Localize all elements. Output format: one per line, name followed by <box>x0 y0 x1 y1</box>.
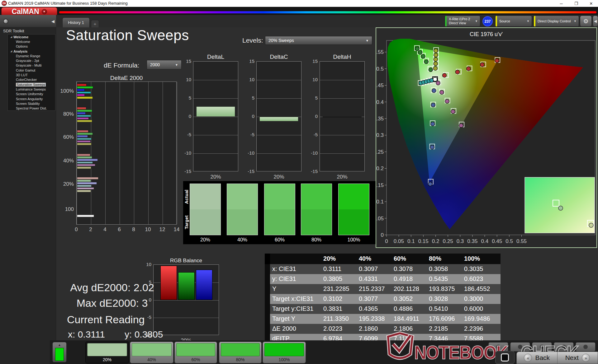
meter-name: X-Rite i1Pro 2 <box>449 17 470 21</box>
transport-button-4[interactable] <box>554 342 574 352</box>
deltae-x-tick: 14 <box>173 226 180 233</box>
pattern-button-80%[interactable]: 80% <box>219 342 262 363</box>
gridline <box>177 82 177 224</box>
pattern-button-40%[interactable]: 40% <box>130 342 173 363</box>
minimize-button[interactable]: ─ <box>555 0 567 7</box>
de-formula-dropdown[interactable]: 2000▼ <box>147 60 182 69</box>
close-button[interactable]: ✕ <box>585 0 597 7</box>
sidebar-collapse-icon[interactable]: ◀ <box>51 19 55 24</box>
target-label: Target <box>184 215 189 229</box>
sidebar-item-label: 3D LUT <box>16 73 28 77</box>
sidebar-item-analysis[interactable]: ◢Analysis <box>8 49 55 54</box>
reading-x: x: 0.3111 <box>68 329 105 340</box>
tree-expander-icon[interactable]: ◢ <box>10 35 12 38</box>
gridline <box>105 82 106 224</box>
deltae-bar-40%-4 <box>77 164 95 166</box>
delta_h-bar <box>323 117 362 117</box>
display-control-dropdown[interactable]: Direct Display Control ▼ <box>534 16 579 27</box>
tree-expander-icon[interactable]: ◢ <box>10 50 12 53</box>
sidebar-item-3d-lut[interactable]: 3D LUT <box>8 72 55 77</box>
sidebar-item-colorchecker[interactable]: ColorChecker <box>8 77 55 82</box>
back-button[interactable]: « Back <box>517 352 558 364</box>
sidebar-item-welcome[interactable]: ◢Welcome <box>8 35 55 39</box>
source-status-bar <box>496 16 497 26</box>
sidebar-item-label: Grayscale - 2pt <box>16 59 39 63</box>
pattern-button-60%[interactable]: 60% <box>174 342 217 363</box>
pattern-expand-button[interactable]: ▲ <box>52 342 67 362</box>
pattern-chip <box>87 343 127 356</box>
sidebar-item-welcome[interactable]: Welcome <box>8 39 55 44</box>
sidebar-item-grayscale-multi[interactable]: Grayscale - Multi <box>8 63 55 68</box>
transport-button-2[interactable] <box>510 342 530 352</box>
delta_l-ytick: 15 <box>181 58 191 64</box>
header-strip <box>0 7 598 15</box>
table-cell: 0.3077 <box>359 295 378 302</box>
table-cell: 2.2396 <box>464 325 483 332</box>
gridline <box>163 82 163 224</box>
svg-text:0.45: 0.45 <box>492 238 502 244</box>
source-dropdown[interactable]: Source ▼ <box>495 16 532 27</box>
sidebar-item-luminance-sweeps[interactable]: Luminance Sweeps <box>8 87 55 91</box>
deltae-x-tick: 12 <box>159 226 166 233</box>
table-cell: 231.2285 <box>323 285 349 292</box>
next-button[interactable]: Next » <box>558 352 598 364</box>
svg-text:0.05: 0.05 <box>394 238 404 244</box>
gridline <box>257 98 301 99</box>
stop-button[interactable] <box>495 351 515 364</box>
delta_c-ytick: 15 <box>244 58 254 64</box>
table-row-label: y: CIE31 <box>272 275 296 282</box>
gridline <box>320 153 364 154</box>
transport-button-5[interactable] <box>576 342 596 352</box>
delta_c-ytick: 0 <box>244 114 254 119</box>
deltae-chart-title: DeltaE 2000 <box>76 75 177 82</box>
pattern-button-100%[interactable]: 100% <box>263 342 306 363</box>
reading-count-badge: 237 <box>482 16 493 26</box>
svg-text:0.15: 0.15 <box>418 238 429 244</box>
svg-text:0.55: 0.55 <box>516 238 527 244</box>
deltae-bar-40%-1 <box>77 156 92 159</box>
delta_l-ytick: 0 <box>181 114 191 119</box>
add-tab-button[interactable]: + <box>91 20 99 27</box>
panel-collapse-button[interactable]: ◀ <box>593 16 598 27</box>
transport-button-1[interactable] <box>488 342 508 352</box>
sidebar-item-screen-stability[interactable]: Screen Stability <box>8 101 55 106</box>
sidebar-item-spectral-power-dist-[interactable]: Spectral Power Dist. <box>8 106 55 110</box>
deltae-x-tick: 0 <box>73 226 80 233</box>
chevron-left-icon: ◀ <box>594 19 597 23</box>
table-col-header: 60% <box>394 255 406 262</box>
deltae-x-tick: 4 <box>101 226 109 233</box>
table-cell: 0.3111 <box>323 265 341 273</box>
sidebar-item-grayscale-2pt[interactable]: Grayscale - 2pt <box>8 58 55 63</box>
window-title: CalMAN 2019 CalMAN Ultimate for Business… <box>8 1 128 6</box>
svg-text:0.1: 0.1 <box>376 199 384 205</box>
svg-text:0.55: 0.55 <box>376 49 384 55</box>
levels-value: 20% Sweeps <box>268 38 294 43</box>
gridline <box>193 135 238 135</box>
deltae-bar-100%-3 <box>77 91 91 94</box>
tab-history-1[interactable]: History 1 <box>62 17 90 27</box>
pattern-chip <box>264 343 304 356</box>
rgb-balance-plot <box>153 264 219 335</box>
svg-text:0.25: 0.25 <box>376 149 384 155</box>
deltae-bar-60%-0 <box>77 130 88 133</box>
sidebar-item-screen-angularity[interactable]: Screen Angularity <box>8 96 55 101</box>
transport-button-3[interactable] <box>532 342 552 352</box>
table-cell: 186.4552 <box>464 285 490 292</box>
restore-button[interactable]: ❐ <box>570 0 582 7</box>
sidebar-item-saturation-sweeps[interactable]: Saturation Sweeps <box>8 82 55 87</box>
rgb-bar-red <box>160 266 177 300</box>
sidebar-item-screen-uniformity[interactable]: Screen Uniformity <box>8 92 55 96</box>
deltae-group-label: 60% <box>60 134 74 140</box>
settings-button[interactable]: ⚙ <box>580 16 592 27</box>
deltae-bar-60%-1 <box>77 133 93 135</box>
meter-dropdown[interactable]: X-Rite i1Pro 2 Direct View ▼ <box>445 16 480 27</box>
swatch-actual <box>227 184 258 209</box>
levels-dropdown[interactable]: 20% Sweeps▼ <box>265 36 372 45</box>
pattern-button-20%[interactable]: 20% <box>85 342 129 363</box>
sidebar-item-color-gamut[interactable]: Color Gamut <box>8 68 55 72</box>
sidebar-item-options[interactable]: Options <box>8 44 55 49</box>
chevron-left-icon: « <box>524 354 532 362</box>
delta_h-plot <box>320 61 365 171</box>
sidebar-item-dynamic-range[interactable]: Dynamic Range <box>8 54 55 58</box>
table-cell: 0.3000 <box>464 295 483 302</box>
